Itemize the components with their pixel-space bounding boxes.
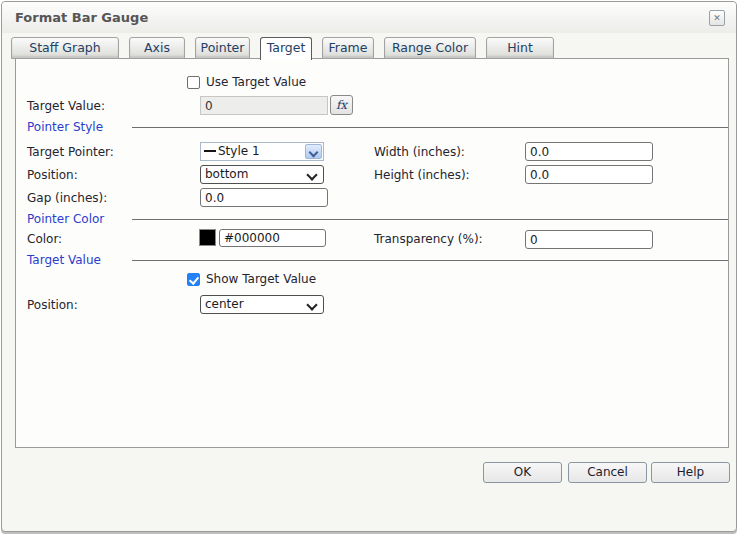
position-value-label: Position: (27, 298, 78, 312)
target-pointer-value: Style 1 (218, 144, 260, 158)
section-pointer-style: Pointer Style (27, 120, 103, 134)
use-target-value-label: Use Target Value (206, 75, 306, 89)
color-swatch[interactable] (199, 229, 216, 246)
tab-pointer[interactable]: Pointer (195, 37, 250, 59)
tab-target[interactable]: Target (260, 37, 312, 60)
chevron-down-icon (309, 148, 319, 158)
tab-staff-graph[interactable]: Staff Graph (11, 37, 119, 59)
tab-range-color[interactable]: Range Color (384, 37, 476, 59)
help-button[interactable]: Help (651, 462, 730, 483)
height-input[interactable] (525, 165, 653, 184)
check-icon (189, 274, 199, 285)
cancel-button[interactable]: Cancel (568, 462, 647, 483)
transparency-label: Transparency (%): (374, 232, 483, 246)
width-input[interactable] (525, 142, 653, 161)
line-style-sample-icon (204, 150, 216, 152)
position-pointer-label: Position: (27, 168, 78, 182)
target-value-input[interactable] (200, 96, 328, 115)
target-value-label: Target Value: (27, 99, 105, 113)
chevron-down-icon (306, 299, 317, 310)
transparency-input[interactable] (525, 230, 653, 249)
section-divider (132, 260, 728, 261)
tab-strip: Staff Graph Axis Pointer Target Frame Ra… (11, 36, 730, 59)
use-target-value-checkbox[interactable] (187, 76, 200, 89)
ok-button[interactable]: OK (483, 462, 562, 483)
close-icon[interactable]: ✕ (709, 10, 725, 26)
tab-frame[interactable]: Frame (322, 37, 374, 59)
chevron-down-icon (306, 169, 317, 180)
dialog-title: Format Bar Gauge (15, 10, 148, 25)
height-label: Height (inches): (374, 168, 470, 182)
combo-dropdown-button[interactable] (305, 144, 322, 159)
color-label: Color: (27, 232, 62, 246)
gap-label: Gap (inches): (27, 191, 107, 205)
position-pointer-select[interactable]: bottom (200, 165, 324, 184)
section-pointer-color: Pointer Color (27, 212, 104, 226)
show-target-value-label: Show Target Value (206, 272, 316, 286)
gap-input[interactable] (200, 188, 328, 207)
target-pointer-select[interactable]: Style 1 (200, 142, 324, 161)
dialog-titlebar: Format Bar Gauge ✕ (2, 2, 736, 33)
position-value-value: center (205, 297, 244, 311)
position-value-select[interactable]: center (200, 295, 324, 314)
format-bar-gauge-dialog: Format Bar Gauge ✕ Staff Graph Axis Poin… (1, 1, 737, 532)
width-label: Width (inches): (374, 145, 465, 159)
show-target-value-checkbox[interactable] (187, 273, 200, 286)
tab-hint[interactable]: Hint (486, 37, 554, 59)
fx-button[interactable]: fx (330, 95, 353, 115)
section-divider (132, 127, 728, 128)
section-target-value: Target Value (27, 253, 101, 267)
tab-content-panel: Use Target Value Target Value: fx Pointe… (15, 58, 729, 448)
color-hex-input[interactable] (219, 229, 326, 247)
position-pointer-value: bottom (205, 167, 248, 181)
target-pointer-label: Target Pointer: (27, 145, 114, 159)
section-divider (132, 219, 728, 220)
tab-axis[interactable]: Axis (129, 37, 185, 59)
